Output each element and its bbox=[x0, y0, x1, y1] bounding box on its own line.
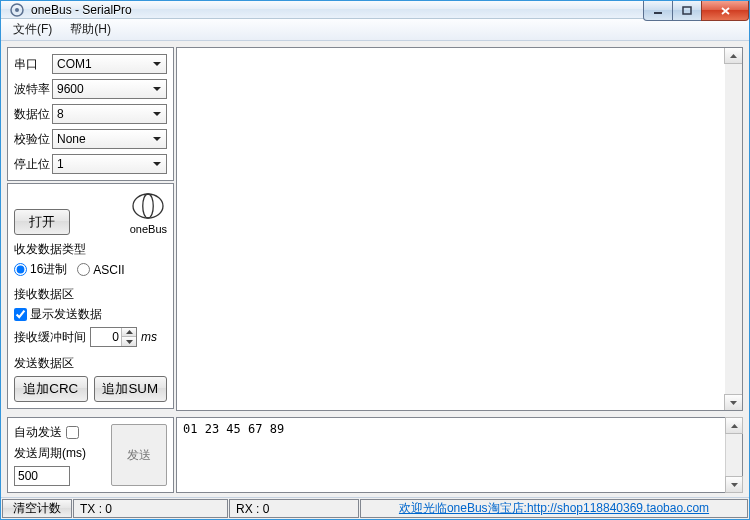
show-send-check-label[interactable]: 显示发送数据 bbox=[14, 306, 102, 323]
scrollbar-vertical[interactable] bbox=[725, 48, 742, 410]
data-label: 数据位 bbox=[14, 106, 52, 123]
buffer-input[interactable] bbox=[91, 330, 121, 344]
tx-status: TX : 0 bbox=[73, 499, 228, 518]
buffer-unit: ms bbox=[141, 330, 157, 344]
datatype-section-label: 收发数据类型 bbox=[14, 241, 167, 258]
menu-help[interactable]: 帮助(H) bbox=[62, 19, 119, 40]
svg-rect-3 bbox=[683, 7, 691, 14]
baud-value: 9600 bbox=[57, 82, 84, 96]
append-crc-button[interactable]: 追加CRC bbox=[14, 376, 88, 402]
main-area: 串口 COM1 波特率 9600 数据位 bbox=[1, 41, 749, 417]
parity-combo[interactable]: None bbox=[52, 129, 167, 149]
chevron-down-icon bbox=[150, 81, 164, 97]
hex-radio[interactable] bbox=[14, 263, 27, 276]
parity-label: 校验位 bbox=[14, 131, 52, 148]
onebus-logo-icon bbox=[131, 192, 165, 220]
buffer-label: 接收缓冲时间 bbox=[14, 329, 86, 346]
chevron-down-icon bbox=[150, 156, 164, 172]
scroll-up-button[interactable] bbox=[724, 47, 743, 64]
send-section-label: 发送数据区 bbox=[14, 355, 167, 372]
chevron-down-icon bbox=[150, 131, 164, 147]
spin-up-button[interactable] bbox=[122, 328, 136, 337]
port-combo[interactable]: COM1 bbox=[52, 54, 167, 74]
menu-file[interactable]: 文件(F) bbox=[5, 19, 60, 40]
chevron-down-icon bbox=[150, 106, 164, 122]
auto-send-checkbox[interactable] bbox=[66, 426, 79, 439]
left-panel-column: 串口 COM1 波特率 9600 数据位 bbox=[7, 47, 174, 411]
auto-send-panel: 自动发送 发送周期(ms) 发送 bbox=[7, 417, 174, 493]
app-icon bbox=[9, 2, 25, 18]
recv-section-label: 接收数据区 bbox=[14, 286, 167, 303]
stop-label: 停止位 bbox=[14, 156, 52, 173]
control-panel: 打开 oneBus 收发数据类型 16进制 ASCII bbox=[7, 183, 174, 409]
app-window: oneBus - SerialPro 文件(F) 帮助(H) 串口 COM1 bbox=[0, 0, 750, 520]
maximize-button[interactable] bbox=[672, 1, 702, 21]
open-button[interactable]: 打开 bbox=[14, 209, 70, 235]
window-controls bbox=[644, 1, 749, 21]
period-label: 发送周期(ms) bbox=[14, 445, 107, 462]
shop-link[interactable]: 欢迎光临oneBus淘宝店:http://shop118840369.taoba… bbox=[399, 500, 709, 517]
data-combo[interactable]: 8 bbox=[52, 104, 167, 124]
baud-combo[interactable]: 9600 bbox=[52, 79, 167, 99]
ascii-radio-label[interactable]: ASCII bbox=[77, 263, 124, 277]
window-title: oneBus - SerialPro bbox=[31, 3, 132, 17]
logo: oneBus bbox=[130, 192, 167, 235]
append-sum-button[interactable]: 追加SUM bbox=[94, 376, 168, 402]
client-area: 串口 COM1 波特率 9600 数据位 bbox=[1, 41, 749, 519]
titlebar: oneBus - SerialPro bbox=[1, 1, 749, 19]
spin-down-button[interactable] bbox=[122, 337, 136, 346]
baud-label: 波特率 bbox=[14, 81, 52, 98]
send-button[interactable]: 发送 bbox=[111, 424, 167, 486]
send-content: 01 23 45 67 89 bbox=[183, 422, 284, 436]
scrollbar-vertical[interactable] bbox=[725, 418, 742, 492]
period-input[interactable] bbox=[14, 466, 70, 486]
svg-point-1 bbox=[15, 8, 19, 12]
ascii-radio[interactable] bbox=[77, 263, 90, 276]
menubar: 文件(F) 帮助(H) bbox=[1, 19, 749, 41]
tx-value: 0 bbox=[105, 502, 112, 516]
send-textarea[interactable]: 01 23 45 67 89 bbox=[176, 417, 743, 493]
close-button[interactable] bbox=[701, 1, 749, 21]
serial-settings-panel: 串口 COM1 波特率 9600 数据位 bbox=[7, 47, 174, 181]
auto-send-label: 自动发送 bbox=[14, 424, 62, 441]
port-value: COM1 bbox=[57, 57, 92, 71]
scroll-track[interactable] bbox=[725, 63, 742, 395]
svg-point-4 bbox=[133, 194, 163, 218]
show-send-checkbox[interactable] bbox=[14, 308, 27, 321]
buffer-spin[interactable] bbox=[90, 327, 137, 347]
scroll-down-button[interactable] bbox=[724, 394, 743, 411]
statusbar: 清空计数 TX : 0 RX : 0 欢迎光临oneBus淘宝店:http://… bbox=[1, 497, 749, 519]
port-label: 串口 bbox=[14, 56, 52, 73]
minimize-button[interactable] bbox=[643, 1, 673, 21]
scroll-up-button[interactable] bbox=[725, 417, 743, 434]
svg-rect-2 bbox=[654, 12, 662, 14]
data-value: 8 bbox=[57, 107, 64, 121]
hex-radio-label[interactable]: 16进制 bbox=[14, 261, 67, 278]
stop-value: 1 bbox=[57, 157, 64, 171]
rx-value: 0 bbox=[263, 502, 270, 516]
right-panel-column bbox=[176, 47, 743, 411]
scroll-track[interactable] bbox=[726, 433, 742, 477]
rx-status: RX : 0 bbox=[229, 499, 359, 518]
bottom-row: 自动发送 发送周期(ms) 发送 01 23 45 67 89 bbox=[1, 417, 749, 497]
shop-link-cell: 欢迎光临oneBus淘宝店:http://shop118840369.taoba… bbox=[360, 499, 748, 518]
stop-combo[interactable]: 1 bbox=[52, 154, 167, 174]
chevron-down-icon bbox=[150, 56, 164, 72]
receive-textarea[interactable] bbox=[176, 47, 743, 411]
scroll-down-button[interactable] bbox=[725, 476, 743, 493]
logo-text: oneBus bbox=[130, 224, 167, 235]
tx-label: TX : bbox=[80, 502, 102, 516]
parity-value: None bbox=[57, 132, 86, 146]
clear-count-button[interactable]: 清空计数 bbox=[2, 499, 72, 518]
rx-label: RX : bbox=[236, 502, 259, 516]
